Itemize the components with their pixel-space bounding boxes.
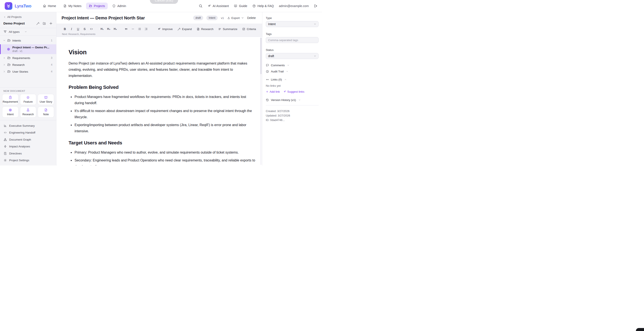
card-label: Requirement	[3, 100, 18, 103]
suggest-links-button[interactable]: Suggest links	[284, 90, 304, 93]
document-id: ID: 0dad4748...	[266, 118, 318, 122]
horizontal-rule-button[interactable]	[130, 26, 136, 32]
new-research-button[interactable]: Research	[20, 106, 36, 118]
links-section-toggle[interactable]: Links (0)	[266, 78, 318, 81]
audit-trail-section-toggle[interactable]: Audit Trail	[266, 70, 318, 73]
list-item: It's difficult to reason about downstrea…	[74, 108, 256, 120]
view-label: Impact Analyses	[9, 145, 30, 148]
view-engineering-handoff[interactable]: Engineering Handoff	[0, 129, 56, 136]
version-history-section-toggle[interactable]: Version History (v1)	[266, 98, 318, 102]
book-open-icon	[44, 96, 48, 99]
guide-label: Guide	[239, 4, 247, 8]
document-body[interactable]: Vision Demo Project (an instance of Lyra…	[56, 37, 262, 166]
brand[interactable]: LyraTwo	[5, 2, 32, 10]
tree-doc-project-intent[interactable]: Project Intent — Demo Pr... draft · v1	[0, 44, 56, 54]
view-document-graph[interactable]: Document Graph	[0, 136, 56, 143]
nav-admin-label: Admin	[117, 4, 126, 8]
document-title[interactable]: Project Intent — Demo Project North Star	[62, 16, 193, 20]
editor-scrollbar-thumb[interactable]	[260, 38, 262, 74]
nav-guide[interactable]: Guide	[234, 4, 247, 8]
nav-my-notes[interactable]: My Notes	[60, 2, 84, 9]
new-feature-button[interactable]: Feature	[20, 94, 36, 105]
nav-home[interactable]: Home	[40, 2, 59, 9]
quote-icon	[124, 27, 128, 31]
code-button[interactable]	[88, 26, 94, 32]
nav-home-label: Home	[48, 4, 56, 8]
tags-field-label: Tags	[266, 32, 318, 36]
tree-folder-user-stories[interactable]: User Stories 4	[0, 68, 56, 75]
magic-wand-icon[interactable]	[36, 22, 40, 25]
research-button[interactable]: Research	[195, 26, 216, 32]
back-all-projects[interactable]: All Projects	[4, 15, 53, 18]
summarize-label: Summarize	[223, 28, 237, 31]
chevron-right-icon	[3, 70, 6, 73]
star-icon	[26, 96, 30, 99]
new-note-button[interactable]: Note	[38, 106, 54, 118]
expand-button[interactable]: Expand	[176, 26, 194, 32]
doc-meta: draft · v1	[12, 50, 49, 52]
ordered-list-button[interactable]: 12	[143, 26, 149, 32]
criteria-button[interactable]: Criteria	[240, 26, 258, 32]
logout-icon[interactable]	[314, 4, 318, 8]
blockquote-button[interactable]	[123, 26, 129, 32]
list-item: Primary: Product Managers who need to au…	[74, 149, 256, 156]
list-item: Product Managers have fragmented workflo…	[74, 94, 256, 106]
user-email[interactable]: admin@example.com	[279, 4, 309, 8]
shield-icon	[112, 4, 116, 8]
new-user-story-button[interactable]: User Story	[38, 94, 54, 105]
chevron-right-icon	[3, 64, 6, 66]
new-document-heading: NEW DOCUMENT	[2, 90, 54, 94]
version-label: v1	[221, 16, 224, 20]
problem-list: Product Managers have fragmented workflo…	[68, 94, 256, 134]
status-select[interactable]: draft	[266, 53, 318, 59]
export-button[interactable]: Export	[227, 16, 244, 20]
h1-button[interactable]: H₁	[99, 26, 105, 32]
cancel-esc-button[interactable]: Cancel (Esc)	[150, 0, 178, 4]
search-icon[interactable]	[199, 4, 202, 8]
code-icon	[4, 131, 7, 134]
summarize-button[interactable]: Summarize	[216, 26, 239, 32]
folder-plus-icon[interactable]	[42, 22, 46, 25]
nav-projects[interactable]: Projects	[86, 2, 108, 9]
improve-button[interactable]: Improve	[156, 26, 175, 32]
plus-icon[interactable]	[49, 22, 53, 25]
delete-button[interactable]: Delete	[247, 16, 256, 20]
target-icon	[8, 108, 12, 112]
h2-button[interactable]: H₂	[106, 26, 112, 32]
strikethrough-button[interactable]: S	[82, 26, 88, 32]
nav-admin[interactable]: Admin	[110, 2, 129, 9]
editor-canvas[interactable]: Vision Demo Project (an instance of Lyra…	[56, 37, 262, 166]
italic-button[interactable]: I	[68, 26, 74, 32]
chevron-down-icon	[24, 30, 27, 33]
chevron-down-icon	[286, 70, 288, 73]
new-requirement-button[interactable]: Requirement	[2, 94, 18, 105]
tree-folder-requirements[interactable]: Requirements 3	[0, 54, 56, 61]
view-directives[interactable]: Directives	[0, 150, 56, 157]
doc-heading-problem: Problem Being Solved	[68, 84, 256, 90]
brand-name: LyraTwo	[15, 4, 32, 8]
view-impact-analyses[interactable]: Impact Analyses	[0, 143, 56, 150]
nav-projects-label: Projects	[94, 4, 105, 8]
bullet-list-button[interactable]	[136, 26, 142, 32]
nav-ai-assistant[interactable]: AI Assistant	[208, 4, 229, 8]
view-executive-summary[interactable]: Executive Summary	[0, 122, 56, 129]
tree-folder-research[interactable]: Research 4	[0, 61, 56, 68]
version-history-label: Version History (v1)	[271, 98, 296, 102]
editor-toolbar: B I U S H₁ H₂ H₃	[56, 24, 262, 37]
tree-folder-intents[interactable]: Intents 1	[0, 37, 56, 44]
add-link-button[interactable]: Add link	[266, 90, 280, 93]
doc-title: Project Intent — Demo Pr...	[12, 46, 49, 49]
tags-input[interactable]	[266, 37, 318, 43]
view-project-settings[interactable]: Project Settings	[0, 157, 56, 164]
type-filter[interactable]: All types	[0, 28, 56, 36]
bold-button[interactable]: B	[62, 26, 68, 32]
nav-help[interactable]: Help & FAQ	[252, 4, 274, 8]
folder-open-icon	[7, 56, 11, 60]
no-links-message: No links yet	[266, 84, 318, 87]
underline-button[interactable]: U	[75, 26, 81, 32]
new-intent-button[interactable]: Intent	[2, 106, 18, 118]
comments-section-toggle[interactable]: Comments	[266, 64, 318, 67]
document-tree: Intents 1 Project Intent — Demo Pr... dr…	[0, 36, 56, 75]
type-select[interactable]: Intent	[266, 21, 318, 27]
h3-button[interactable]: H₃	[112, 26, 118, 32]
